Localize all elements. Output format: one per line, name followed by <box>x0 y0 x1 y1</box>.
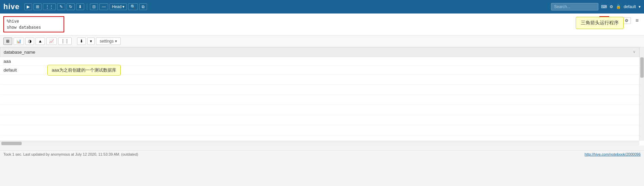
nav-toolbar: ▶ ⊞ ⋮⋮ ✎ ↻ ⬇ ⊟ — Head ▾ 🔍 ⧉ <box>24 3 147 10</box>
user-label: default <box>624 4 636 9</box>
download-button[interactable]: ⬇ <box>76 3 84 10</box>
column-expand-icon[interactable]: ∨ <box>633 50 636 54</box>
cell-right-controls: FINISHED ▶ ⧉ ⚙ ≡ 三角箭头运行程序 <box>576 16 641 25</box>
table-row: aaa <box>0 57 639 66</box>
empty-row <box>0 75 639 85</box>
empty-row <box>0 95 639 105</box>
main-content: %hive show databases FINISHED ▶ ⧉ ⚙ ≡ 三角… <box>0 14 644 145</box>
top-nav-bar: hive ▶ ⊞ ⋮⋮ ✎ ↻ ⬇ ⊟ — Head ▾ 🔍 ⧉ ⌨ ⚙ 🔒 d… <box>0 0 644 14</box>
dash-button[interactable]: — <box>99 3 108 10</box>
pencil-button[interactable]: ✎ <box>57 3 65 10</box>
cell-aaa: aaa <box>0 57 639 66</box>
column-header-database-name: database_name ∨ <box>0 48 639 57</box>
grid-button[interactable]: ⊞ <box>33 3 42 10</box>
result-area: database_name ∨ aaa default <box>0 47 644 145</box>
horizontal-scroll-thumb[interactable] <box>1 142 22 145</box>
global-search-input[interactable] <box>551 3 598 10</box>
vertical-scroll-thumb[interactable] <box>640 57 644 78</box>
vertical-scrollbar[interactable] <box>639 47 644 141</box>
layout-button[interactable]: ⋮⋮ <box>43 3 56 10</box>
empty-row <box>0 115 639 125</box>
cell-area: %hive show databases FINISHED ▶ ⧉ ⚙ ≡ 三角… <box>0 14 644 35</box>
code-line2: show databases <box>7 24 61 30</box>
empty-row <box>0 125 639 135</box>
aaa-annotation-tooltip: aaa为之前创建的一个测试数据库 <box>47 65 121 76</box>
settings-dropdown-button[interactable]: settings ▾ <box>96 37 121 45</box>
cell-code-box[interactable]: %hive show databases <box>3 16 64 32</box>
nav-right: ⌨ ⚙ 🔒 default ▾ <box>551 3 641 10</box>
play-button[interactable]: ▶ <box>24 3 32 10</box>
download-data-button[interactable]: ⬇ <box>77 37 86 45</box>
app-logo: hive <box>3 2 20 11</box>
footer: Took 1 sec. Last updated by anonymous at… <box>0 150 644 158</box>
horizontal-scrollbar[interactable] <box>0 141 639 145</box>
keyboard-icon: ⌨ <box>601 4 607 9</box>
copy-button[interactable]: ⧉ <box>139 3 147 10</box>
result-wrapper: database_name ∨ aaa default <box>0 47 639 145</box>
gear-icon[interactable]: ⚙ <box>610 4 613 9</box>
pie-chart-button[interactable]: ◑ <box>25 37 34 45</box>
empty-row <box>0 105 639 115</box>
separator1 <box>87 3 87 10</box>
chart-toolbar: ⊞ 📊 ◑ ▲ 📈 ⋮⋮ ⬇ ▾ settings ▾ <box>0 35 644 47</box>
cell-hamburger-button[interactable]: ≡ <box>634 17 641 24</box>
settings-arrow: ▾ <box>115 39 117 44</box>
footer-status: Took 1 sec. Last updated by anonymous at… <box>3 152 138 156</box>
table-view-button[interactable]: ⊞ <box>3 37 12 45</box>
line-chart-button[interactable]: 📈 <box>46 37 57 45</box>
download-arrow-button[interactable]: ▾ <box>87 37 95 45</box>
empty-row <box>0 85 639 95</box>
lock-icon: 🔒 <box>616 4 621 9</box>
refresh-button[interactable]: ↻ <box>67 3 75 10</box>
result-table: database_name ∨ aaa default <box>0 47 639 145</box>
user-arrow: ▾ <box>639 4 641 9</box>
branch-label: Head <box>112 4 122 9</box>
run-annotation-tooltip: 三角箭头运行程序 <box>576 17 624 29</box>
branch-arrow: ▾ <box>122 4 124 9</box>
search-button[interactable]: 🔍 <box>128 3 138 10</box>
area-chart-button[interactable]: ▲ <box>35 37 45 45</box>
scatter-chart-button[interactable]: ⋮⋮ <box>58 37 72 45</box>
bar-chart-button[interactable]: 📊 <box>14 37 24 45</box>
view-button[interactable]: ⊟ <box>90 3 98 10</box>
footer-link[interactable]: http://hive.com/notebook/2000096 <box>585 152 641 156</box>
branch-button[interactable]: Head ▾ <box>110 3 127 10</box>
code-line1: %hive <box>7 18 61 24</box>
